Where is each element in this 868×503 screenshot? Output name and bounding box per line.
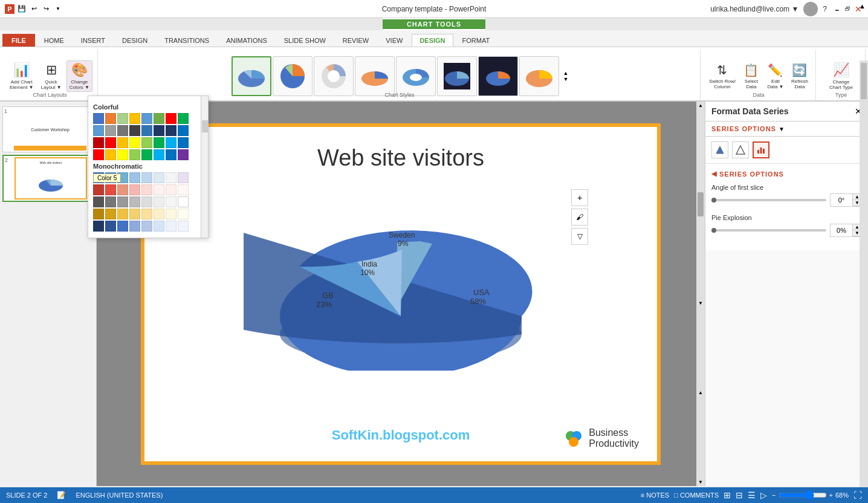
palette-scroll-thumb[interactable]	[202, 120, 208, 132]
comments-btn[interactable]: □ COMMENTS	[674, 492, 719, 499]
scroll-extra-1[interactable]: ▲	[698, 390, 703, 395]
color-cell[interactable]	[178, 209, 189, 219]
color-cell[interactable]	[141, 221, 152, 232]
tab-file[interactable]: FILE	[2, 34, 35, 47]
chart-style-5[interactable]	[396, 56, 436, 96]
color-cell[interactable]	[154, 137, 164, 148]
color-cell[interactable]	[93, 196, 104, 207]
color-cell[interactable]	[178, 125, 189, 136]
slide-show-btn[interactable]: ▷	[760, 490, 767, 500]
color-cell[interactable]	[105, 149, 116, 160]
color-cell[interactable]	[117, 209, 128, 219]
palette-scrollbar[interactable]	[201, 96, 208, 238]
color-cell[interactable]	[129, 196, 140, 207]
color-cell[interactable]	[154, 184, 164, 195]
color-cell[interactable]	[129, 184, 140, 195]
color-cell[interactable]	[178, 137, 189, 148]
color-cell[interactable]	[154, 172, 164, 183]
scroll-down-btn[interactable]: ▼	[698, 300, 703, 306]
pie-chart-area[interactable]: USA 58% GB 23% India 10% Sweden 9% + 🖌 ▽	[244, 177, 558, 372]
color-cell[interactable]	[141, 125, 152, 136]
color-cell[interactable]	[105, 137, 116, 148]
tab-chart-design[interactable]: DESIGN	[412, 34, 453, 47]
explosion-slider-thumb[interactable]	[711, 228, 716, 233]
color-cell[interactable]	[178, 149, 189, 160]
slide-2-thumb[interactable]: 2 Web site visitors	[2, 155, 94, 202]
color-cell[interactable]	[117, 221, 128, 232]
tab-home[interactable]: HOME	[36, 34, 72, 47]
notes-btn[interactable]: ≡ NOTES	[641, 492, 669, 499]
color-cell[interactable]	[105, 196, 116, 207]
color-cell[interactable]	[129, 209, 140, 219]
tab-insert[interactable]: INSERT	[73, 34, 113, 47]
color-cell[interactable]	[166, 196, 177, 207]
color-cell[interactable]	[166, 113, 177, 124]
canvas-scrollbar[interactable]: ▲ ▼ ▲ ▼	[696, 102, 705, 486]
quick-layout-btn[interactable]: ⊞ QuickLayout ▼	[39, 61, 64, 91]
color-cell[interactable]	[93, 221, 104, 232]
fit-window-btn[interactable]: ⛶	[853, 490, 862, 500]
redo-icon[interactable]: ↪	[41, 4, 51, 14]
tab-format[interactable]: FORMAT	[455, 34, 498, 47]
chart-style-3[interactable]	[314, 56, 354, 96]
scroll-up-btn[interactable]: ▲	[698, 103, 703, 108]
shape-icon-btn[interactable]	[732, 141, 749, 158]
color-cell[interactable]	[117, 149, 128, 160]
angle-slider[interactable]	[711, 199, 826, 201]
color-cell[interactable]	[105, 209, 116, 219]
reading-view-btn[interactable]: ☰	[748, 490, 756, 500]
undo-icon[interactable]: ↩	[29, 4, 39, 14]
color-cell[interactable]	[105, 125, 116, 136]
color-cell[interactable]	[129, 221, 140, 232]
color-cell[interactable]	[141, 149, 152, 160]
user-account[interactable]: ulrika.hedlund@live.com ▼	[710, 5, 798, 13]
zoom-plus-btn[interactable]: +	[829, 492, 833, 499]
add-chart-element-btn[interactable]: 📊 Add ChartElement ▼	[7, 61, 36, 91]
maximize-btn[interactable]: 🗗	[843, 4, 852, 14]
color-cell[interactable]	[105, 184, 116, 195]
change-colors-btn[interactable]: 🎨 ChangeColors ▼	[66, 60, 92, 92]
collapse-ribbon-btn[interactable]: ▲	[857, 0, 868, 12]
tab-review[interactable]: REVIEW	[335, 34, 377, 47]
color-cell[interactable]	[129, 125, 140, 136]
color-cell[interactable]	[141, 137, 152, 148]
color-cell[interactable]	[105, 221, 116, 232]
color-cell[interactable]	[154, 221, 164, 232]
series-options-dropdown[interactable]: ▼	[779, 126, 785, 132]
color-cell[interactable]	[178, 221, 189, 232]
color-cell[interactable]	[117, 137, 128, 148]
color-cell[interactable]	[166, 184, 177, 195]
color-cell[interactable]	[154, 149, 164, 160]
color-cell[interactable]	[166, 137, 177, 148]
scroll-down-icon[interactable]: ▼	[563, 76, 568, 82]
color-cell[interactable]	[129, 149, 140, 160]
color-cell[interactable]	[93, 209, 104, 219]
chart-styles-scrollbar[interactable]: ▲ ▼	[562, 69, 570, 83]
angle-value-input[interactable]: 0° ▲ ▼	[830, 193, 862, 207]
help-btn[interactable]: ?	[823, 5, 827, 13]
color-cell[interactable]	[93, 137, 104, 148]
angle-slider-thumb[interactable]	[711, 198, 716, 203]
add-element-btn[interactable]: +	[571, 189, 588, 206]
color-cell[interactable]	[154, 113, 164, 124]
color-cell[interactable]	[93, 125, 104, 136]
color-cell[interactable]	[117, 113, 128, 124]
color-cell[interactable]	[93, 149, 104, 160]
customize-icon[interactable]: ▼	[53, 4, 63, 14]
chart-style-1[interactable]	[232, 56, 271, 96]
scroll-up-icon[interactable]: ▲	[563, 70, 568, 76]
color-cell[interactable]	[166, 149, 177, 160]
edit-data-btn[interactable]: ✏️ EditData ▼	[765, 62, 786, 91]
change-chart-type-btn[interactable]: 📈 ChangeChart Type	[827, 61, 855, 91]
normal-view-btn[interactable]: ⊞	[724, 490, 731, 500]
color-cell[interactable]	[141, 209, 152, 219]
color-cell[interactable]	[141, 196, 152, 207]
explosion-value-input[interactable]: 0% ▲ ▼	[830, 224, 862, 237]
bar-chart-icon-btn[interactable]	[753, 141, 769, 158]
tab-view[interactable]: VIEW	[378, 34, 410, 47]
zoom-slider[interactable]	[779, 490, 827, 500]
color-cell[interactable]	[117, 125, 128, 136]
color-cell[interactable]	[117, 184, 128, 195]
chart-style-6[interactable]	[437, 56, 477, 96]
chart-style-4[interactable]	[355, 56, 395, 96]
